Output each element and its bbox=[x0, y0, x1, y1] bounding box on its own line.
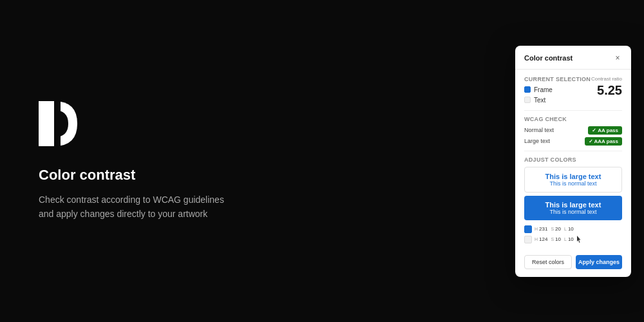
large-text-label: Large text bbox=[524, 138, 550, 144]
preview-large-text-light: This is large text bbox=[530, 173, 616, 180]
plugin-description: Check contrast according to WCAG guideli… bbox=[39, 193, 232, 222]
contrast-ratio-box: Contrast ratio 5.25 bbox=[591, 76, 622, 98]
current-selection-section: Current selection Frame Text bbox=[524, 76, 622, 104]
svg-rect-1 bbox=[54, 101, 61, 146]
color-row-2: H 124 S 10 L 10 bbox=[524, 236, 622, 243]
frame-label: Frame bbox=[534, 86, 553, 93]
row1-hsl: H 231 S 20 L 10 bbox=[535, 226, 574, 232]
reset-colors-button[interactable]: Reset colors bbox=[524, 255, 572, 269]
color-row-1: H 231 S 20 L 10 bbox=[524, 225, 622, 233]
apply-changes-button[interactable]: Apply changes bbox=[576, 255, 622, 269]
dialog-header: Color contrast × bbox=[515, 46, 631, 70]
preview-blue-box: This is large text This is normal text bbox=[524, 196, 622, 220]
h-label-1: H bbox=[535, 227, 538, 231]
frame-item: Frame bbox=[524, 86, 591, 93]
h-label-2: H bbox=[535, 237, 538, 242]
selection-items: Frame Text bbox=[524, 86, 591, 104]
row2-swatch[interactable] bbox=[524, 236, 532, 243]
h-value-1: 231 bbox=[539, 226, 547, 232]
l-label-1: L bbox=[564, 227, 567, 231]
contrast-ratio-value: 5.25 bbox=[591, 83, 622, 98]
right-panel: Color contrast × Current selection Frame bbox=[515, 46, 644, 277]
text-label: Text bbox=[534, 97, 545, 104]
aa-badge: ✓ AA pass bbox=[588, 126, 622, 135]
preview-large-text-dark: This is large text bbox=[529, 201, 617, 209]
row2-hsl: H 124 S 10 L 10 bbox=[535, 236, 582, 243]
text-swatch bbox=[524, 97, 531, 103]
contrast-ratio-label: Contrast ratio bbox=[591, 76, 622, 82]
large-text-row: Large text ✓ AAA pass bbox=[524, 137, 622, 146]
wcag-label: WCAG check bbox=[524, 116, 622, 122]
aaa-badge: ✓ AAA pass bbox=[585, 137, 622, 146]
app-logo bbox=[39, 101, 77, 146]
adjust-label: Adjust colors bbox=[524, 156, 622, 163]
cursor-icon bbox=[576, 236, 582, 243]
h-value-2: 124 bbox=[539, 236, 547, 242]
color-inputs: H 231 S 20 L 10 H 124 S bbox=[524, 225, 622, 243]
normal-text-row: Normal text ✓ AA pass bbox=[524, 126, 622, 135]
preview-normal-text-dark: This is normal text bbox=[529, 209, 617, 215]
l-label-2: L bbox=[564, 237, 567, 242]
preview-white-box: This is large text This is normal text bbox=[524, 167, 622, 193]
dialog-title: Color contrast bbox=[524, 54, 573, 62]
dialog-footer: Reset colors Apply changes bbox=[515, 255, 631, 277]
wcag-section: WCAG check Normal text ✓ AA pass Large t… bbox=[524, 110, 622, 146]
text-item: Text bbox=[524, 97, 591, 104]
color-contrast-dialog: Color contrast × Current selection Frame bbox=[515, 46, 631, 277]
dialog-body: Current selection Frame Text bbox=[515, 70, 631, 255]
row1-swatch[interactable] bbox=[524, 225, 532, 233]
s-label-1: S bbox=[551, 227, 554, 231]
s-label-2: S bbox=[551, 237, 554, 242]
s-value-1: 20 bbox=[555, 226, 561, 232]
l-value-1: 10 bbox=[568, 226, 574, 232]
normal-text-label: Normal text bbox=[524, 127, 554, 133]
svg-rect-0 bbox=[39, 101, 54, 146]
preview-normal-text-light: This is normal text bbox=[530, 180, 616, 187]
l-value-2: 10 bbox=[568, 236, 574, 242]
close-button[interactable]: × bbox=[613, 53, 622, 62]
adjust-section: Adjust colors This is large text This is… bbox=[524, 151, 622, 243]
frame-swatch bbox=[524, 86, 531, 93]
left-panel: Color contrast Check contrast according … bbox=[0, 62, 515, 260]
s-value-2: 10 bbox=[555, 236, 561, 242]
current-selection-label: Current selection bbox=[524, 76, 591, 82]
plugin-title: Color contrast bbox=[39, 167, 477, 184]
